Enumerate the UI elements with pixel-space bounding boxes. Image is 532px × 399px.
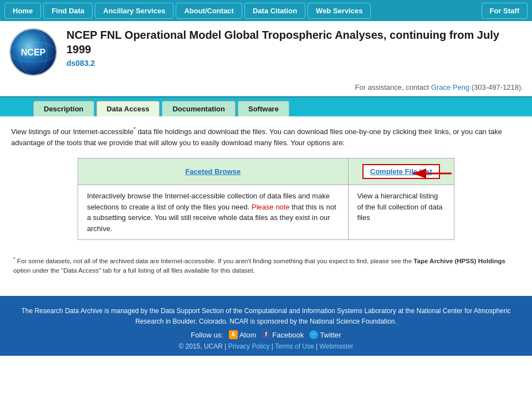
tab-bar: Description Data Access Documentation So… xyxy=(0,96,532,116)
nav-find-data[interactable]: Find Data xyxy=(43,3,93,19)
twitter-label: Twitter xyxy=(320,331,341,339)
page-title: NCEP FNL Operational Model Global Tropos… xyxy=(66,28,523,57)
footer-description: The Research Data Archive is managed by … xyxy=(9,306,523,327)
arrow-annotation xyxy=(410,162,454,186)
tab-documentation[interactable]: Documentation xyxy=(162,101,236,116)
nav-about-contact[interactable]: About/Contact xyxy=(176,3,242,19)
copyright-line: © 2015, UCAR | Privacy Policy | Terms of… xyxy=(9,342,523,350)
atom-link[interactable]: A Atom xyxy=(229,330,256,339)
main-content: View listings of our Internet-accessible… xyxy=(0,116,532,289)
twitter-link[interactable]: 🐦 Twitter xyxy=(309,330,341,339)
tab-data-access[interactable]: Data Access xyxy=(96,101,160,116)
header-title-area: NCEP FNL Operational Model Global Tropos… xyxy=(66,28,523,68)
footer: The Research Data Archive is managed by … xyxy=(0,296,532,356)
ncep-logo-svg: NCEP xyxy=(9,28,58,76)
nav-home[interactable]: Home xyxy=(4,3,41,19)
contact-link[interactable]: Grace Peng xyxy=(431,83,469,91)
options-table: Faceted Browse Complete File List Intera… xyxy=(78,158,454,240)
intro-paragraph: View listings of our Internet-accessible… xyxy=(11,125,521,148)
logo-area: NCEP xyxy=(9,28,58,76)
privacy-policy-link[interactable]: Privacy Policy xyxy=(228,342,270,350)
twitter-icon: 🐦 xyxy=(309,330,318,339)
please-note-text: Please note xyxy=(252,203,290,211)
follow-label: Follow us: xyxy=(191,331,223,339)
atom-label: Atom xyxy=(239,331,256,339)
faceted-browse-desc: Interactively browse the Internet-access… xyxy=(78,185,349,240)
contact-info: For assistance, contact Grace Peng (303-… xyxy=(0,81,532,96)
nav-web-services[interactable]: Web Services xyxy=(308,3,371,19)
nav-data-citation[interactable]: Data Citation xyxy=(244,3,305,19)
atom-icon: A xyxy=(229,330,238,339)
tab-description[interactable]: Description xyxy=(33,101,94,116)
webmaster-link[interactable]: Webmaster xyxy=(319,342,353,350)
follow-us-section: Follow us: A Atom f Facebook 🐦 Twitter xyxy=(9,330,523,339)
tab-software[interactable]: Software xyxy=(238,101,289,116)
facebook-link[interactable]: f Facebook xyxy=(262,330,304,339)
nav-ancillary-services[interactable]: Ancillary Services xyxy=(95,3,173,19)
hpss-holdings-text: Tape Archive (HPSS) Holdings xyxy=(413,258,505,264)
dataset-id: ds083.2 xyxy=(66,59,523,68)
svg-text:NCEP: NCEP xyxy=(21,48,46,57)
complete-file-desc: View a hierarchical listing of the full … xyxy=(348,185,454,240)
nav-for-staff[interactable]: For Staff xyxy=(482,3,528,19)
facebook-label: Facebook xyxy=(272,331,304,339)
copyright-text: © 2015, UCAR | xyxy=(178,342,226,350)
facebook-icon: f xyxy=(262,330,270,339)
terms-of-use-link[interactable]: Terms of Use xyxy=(275,342,314,350)
faceted-browse-link[interactable]: Faceted Browse xyxy=(185,167,241,176)
page-header: NCEP NCEP FNL Operational Model Global T… xyxy=(0,21,532,81)
faceted-browse-header: Faceted Browse xyxy=(78,158,349,185)
footnote: * For some datasets, not all of the arch… xyxy=(11,251,521,280)
top-navigation: Home Find Data Ancillary Services About/… xyxy=(0,0,532,21)
